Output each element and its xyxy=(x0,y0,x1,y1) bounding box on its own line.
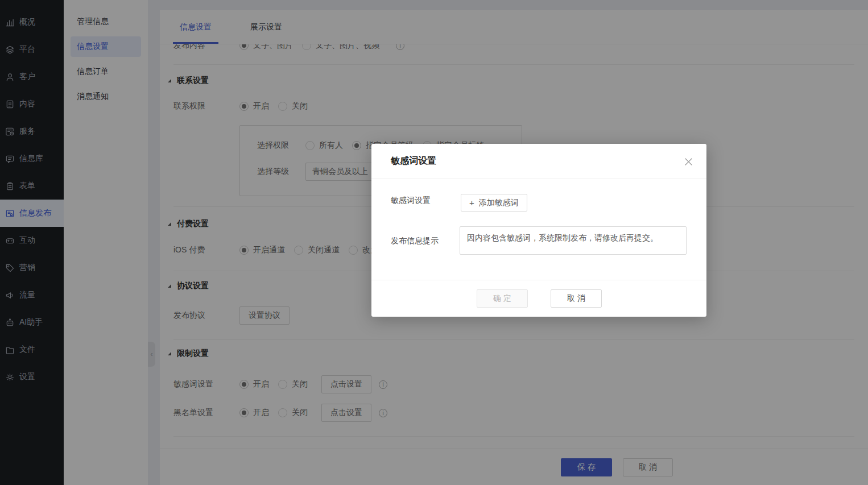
sensitive-words-modal: 敏感词设置 敏感词设置 + 添加敏感词 发布信息提示 因内容包含敏感词，系统限制… xyxy=(371,144,706,317)
modal-header: 敏感词设置 xyxy=(371,144,706,179)
modal-title: 敏感词设置 xyxy=(391,155,436,167)
add-button-label: 添加敏感词 xyxy=(479,198,519,208)
modal-footer-divider xyxy=(371,280,706,280)
modal-cancel-button[interactable]: 取 消 xyxy=(551,289,602,308)
plus-icon: + xyxy=(469,198,474,208)
modal-field-label: 敏感词设置 xyxy=(391,196,431,206)
close-icon[interactable] xyxy=(684,157,693,166)
modal-field-label: 发布信息提示 xyxy=(391,236,439,246)
publish-tip-textarea[interactable]: 因内容包含敏感词，系统限制发布，请修改后再提交。 xyxy=(460,226,687,255)
add-sensitive-word-button[interactable]: + 添加敏感词 xyxy=(461,194,527,212)
confirm-button[interactable]: 确 定 xyxy=(477,289,528,308)
